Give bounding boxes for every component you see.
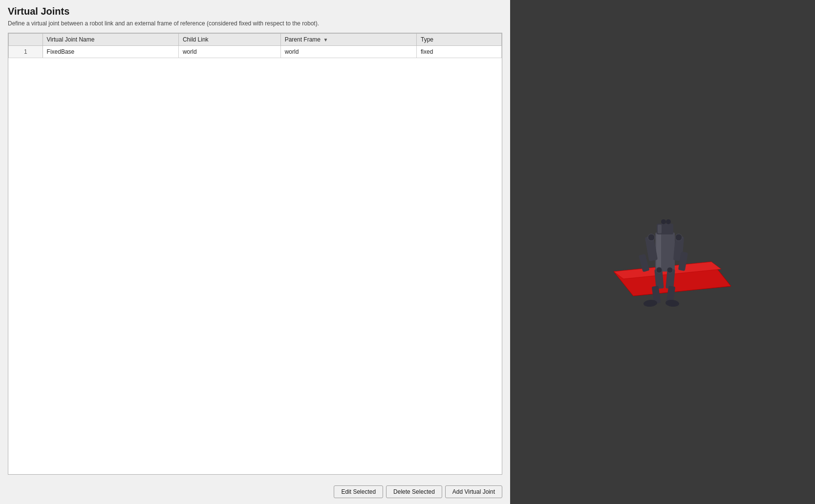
sort-icon: ▼ (323, 37, 328, 42)
svg-point-21 (666, 219, 671, 224)
col-type-label: Type (421, 36, 433, 43)
svg-point-20 (661, 219, 666, 224)
page-title: Virtual Joints (8, 6, 502, 17)
svg-point-16 (648, 234, 655, 241)
svg-rect-5 (658, 225, 662, 233)
col-child-link: Child Link (178, 34, 280, 46)
delete-selected-button[interactable]: Delete Selected (386, 485, 442, 498)
svg-rect-3 (656, 233, 661, 271)
robot-visual (584, 184, 741, 320)
page-description: Define a virtual joint between a robot l… (8, 20, 502, 27)
svg-point-19 (667, 267, 673, 273)
svg-point-18 (656, 267, 662, 273)
virtual-joints-table: Virtual Joint Name Child Link Parent Fra… (8, 33, 502, 58)
row-child-link: world (178, 46, 280, 58)
table-row[interactable]: 1 FixedBase world world fixed (9, 46, 502, 58)
bottom-buttons: Edit Selected Delete Selected Add Virtua… (334, 485, 502, 498)
row-parent-frame: world (280, 46, 416, 58)
add-virtual-joint-button[interactable]: Add Virtual Joint (445, 485, 502, 498)
row-name: FixedBase (43, 46, 178, 58)
table-body: 1 FixedBase world world fixed (9, 46, 502, 58)
table-header-row: Virtual Joint Name Child Link Parent Fra… (9, 34, 502, 46)
col-child-link-label: Child Link (183, 36, 209, 43)
virtual-joints-table-container: Virtual Joint Name Child Link Parent Fra… (8, 33, 502, 475)
left-panel: Virtual Joints Define a virtual joint be… (0, 0, 510, 504)
col-name: Virtual Joint Name (43, 34, 178, 46)
col-num (9, 34, 43, 46)
row-type: fixed (417, 46, 502, 58)
row-num: 1 (9, 46, 43, 58)
edit-selected-button[interactable]: Edit Selected (334, 485, 383, 498)
robot-svg (584, 184, 741, 320)
svg-point-17 (675, 234, 682, 241)
col-parent-frame-label: Parent Frame (285, 36, 321, 43)
col-parent-frame: Parent Frame ▼ (280, 34, 416, 46)
right-panel (510, 0, 815, 504)
col-type: Type (417, 34, 502, 46)
col-name-label: Virtual Joint Name (47, 36, 95, 43)
